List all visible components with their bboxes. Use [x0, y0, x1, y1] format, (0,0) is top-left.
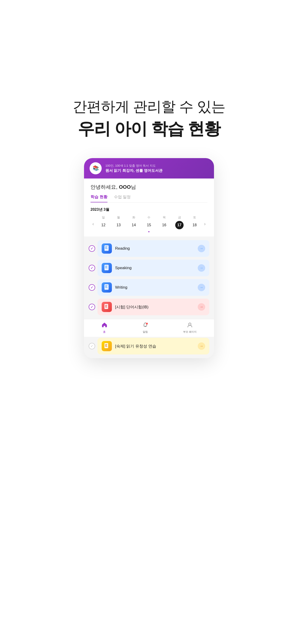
svg-rect-16 [145, 326, 146, 327]
svg-point-17 [146, 323, 148, 324]
greeting-bar: 안녕하세요, OOO님 학습 현황 수업 일정 [84, 178, 214, 202]
task-card-reading[interactable]: Reading → [98, 240, 209, 257]
task-icon-fluency [102, 341, 112, 351]
task-label-reading: Reading [115, 246, 130, 251]
task-row-fluency-partial: ✓ [숙제] 읽기 유창성 연습 → [84, 337, 214, 358]
task-icon-reading [102, 244, 112, 254]
svg-rect-11 [105, 287, 107, 288]
task-check-writing[interactable]: ✓ [89, 284, 95, 291]
calendar-row: ‹ 일 12 월 13 화 [91, 215, 207, 232]
parent-icon [187, 322, 193, 330]
nav-alarm-label: 알림 [143, 330, 148, 334]
task-card-speaking[interactable]: Speaking → [98, 260, 209, 276]
svg-rect-20 [105, 344, 107, 345]
home-icon [101, 322, 107, 330]
hero-section: 간편하게 관리할 수 있는 우리 아이 학습 현황 📚 100인, 100색 1… [0, 0, 298, 372]
nav-home[interactable]: 홈 [101, 322, 107, 334]
svg-rect-10 [105, 286, 107, 287]
calendar-day-fri: 금 17 [175, 215, 184, 232]
logo-emoji: 📚 [93, 165, 99, 171]
svg-rect-21 [105, 345, 107, 346]
task-icon-vocab-test [102, 302, 112, 312]
hero-title: 우리 아이 학습 현황 [78, 118, 220, 140]
nav-parent-label: 부모 페이지 [183, 330, 197, 334]
task-check-reading[interactable]: ✓ [89, 245, 95, 252]
task-arrow-vocab-test[interactable]: → [198, 303, 205, 311]
nav-parent[interactable]: 부모 페이지 [183, 322, 197, 334]
calendar-dot-fri [179, 231, 180, 232]
app-logo: 📚 [90, 162, 102, 174]
svg-rect-9 [105, 285, 107, 286]
task-icon-speaking [102, 263, 112, 273]
app-header-text: 100인, 100색 1:1 맞춤 영어 독서 지도 원서 읽기 최강자, 센를… [105, 164, 162, 173]
task-label-fluency: [숙제] 읽기 유창성 연습 [115, 344, 156, 349]
greeting-text: 안녕하세요, OOO님 [91, 184, 207, 190]
task-label-writing: Writing [115, 285, 127, 290]
hero-subtitle: 간편하게 관리할 수 있는 [73, 97, 226, 116]
nav-home-label: 홈 [103, 330, 106, 334]
calendar-days: 일 12 월 13 화 14 [96, 215, 202, 232]
task-check-fluency[interactable]: ✓ [89, 343, 95, 349]
task-arrow-speaking[interactable]: → [198, 264, 205, 272]
calendar-year-month: 2023년 3월 [91, 207, 207, 212]
task-row-vocab-test: ✓ [시험] 단어시험(IB) [89, 298, 209, 315]
svg-point-18 [189, 323, 191, 325]
task-label-vocab-test: [시험] 단어시험(IB) [115, 304, 149, 310]
task-check-vocab-test[interactable]: ✓ [89, 304, 95, 310]
tab-class-schedule[interactable]: 수업 일정 [114, 194, 131, 202]
svg-rect-8 [104, 284, 109, 290]
svg-rect-7 [105, 268, 107, 268]
app-header-subtitle: 100인, 100색 1:1 맞춤 영어 독서 지도 [105, 164, 162, 168]
calendar-day-mon: 월 13 [114, 215, 123, 232]
task-label-speaking: Speaking [115, 266, 132, 270]
task-arrow-fluency[interactable]: → [198, 342, 205, 350]
calendar-day-tue: 화 14 [130, 215, 138, 232]
task-check-speaking[interactable]: ✓ [89, 265, 95, 271]
task-card-vocab-test[interactable]: [시험] 단어시험(IB) → [98, 298, 209, 315]
task-arrow-writing[interactable]: → [198, 284, 205, 291]
svg-rect-14 [105, 306, 107, 306]
app-header: 📚 100인, 100색 1:1 맞춤 영어 독서 지도 원서 읽기 최강자, … [84, 158, 214, 178]
svg-rect-6 [105, 267, 107, 267]
svg-rect-13 [105, 305, 107, 306]
calendar-prev-button[interactable]: ‹ [91, 220, 96, 228]
bell-icon [142, 322, 148, 330]
calendar-section: 2023년 3월 ‹ 일 12 월 13 [84, 202, 214, 236]
task-icon-writing [102, 282, 112, 292]
task-row-speaking: ✓ Speaking → [89, 260, 209, 276]
user-name: OOO [119, 184, 131, 190]
phone-mockup: 📚 100인, 100색 1:1 맞춤 영어 독서 지도 원서 읽기 최강자, … [84, 158, 214, 358]
svg-rect-2 [105, 247, 107, 248]
tabs-row: 학습 현황 수업 일정 [91, 194, 207, 202]
svg-rect-15 [105, 307, 107, 308]
calendar-next-button[interactable]: › [202, 220, 207, 228]
app-header-title: 원서 읽기 최강자, 센를 영어도서관 [105, 168, 162, 173]
tasks-section: ✓ Reading → [84, 236, 214, 319]
svg-rect-3 [105, 248, 107, 249]
tab-study-status[interactable]: 학습 현황 [91, 194, 107, 202]
svg-rect-22 [105, 346, 107, 346]
calendar-dot-wed [148, 231, 149, 232]
svg-rect-1 [105, 246, 107, 247]
svg-rect-0 [104, 245, 109, 251]
nav-alarm[interactable]: 알림 [142, 322, 148, 334]
task-row-reading: ✓ Reading → [89, 240, 209, 257]
svg-rect-5 [105, 266, 107, 266]
task-card-writing[interactable]: Writing → [98, 279, 209, 296]
bottom-nav: 홈 알림 부모 페이지 [84, 319, 214, 337]
svg-rect-4 [104, 265, 109, 270]
calendar-day-thu: 목 16 [160, 215, 168, 232]
task-arrow-reading[interactable]: → [198, 245, 205, 252]
calendar-day-sun: 일 12 [99, 215, 107, 232]
calendar-day-sat: 토 18 [191, 215, 199, 232]
calendar-day-wed: 수 15 [145, 215, 153, 232]
task-card-fluency[interactable]: [숙제] 읽기 유창성 연습 → [98, 338, 209, 354]
task-row-writing: ✓ Writing → [89, 279, 209, 296]
